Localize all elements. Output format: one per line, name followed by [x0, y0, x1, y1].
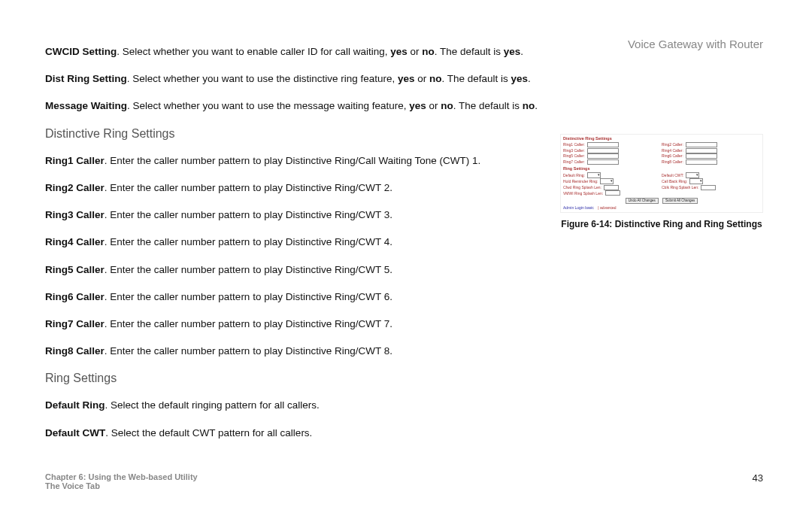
- fig-input: [686, 148, 717, 153]
- mw-label: Message Waiting: [45, 100, 127, 111]
- fig-section-ring: Ring Settings: [563, 166, 760, 171]
- section-ring-settings: Ring Settings: [45, 372, 767, 385]
- fig-input: [701, 185, 716, 190]
- page-header: Voice Gateway with Router: [628, 38, 763, 50]
- fig-select: [587, 172, 601, 178]
- para-ring7: Ring7 Caller. Enter the caller number pa…: [45, 317, 699, 331]
- fig-input: [686, 142, 717, 147]
- fig-input: [587, 153, 619, 159]
- fig-input: [605, 190, 620, 196]
- fig-links: Admin Login basic | advanced: [563, 205, 760, 211]
- para-cwcid: CWCID Setting. Select whether you want t…: [45, 45, 699, 59]
- fig-input: [587, 148, 619, 153]
- cwcid-label: CWCID Setting: [45, 46, 117, 57]
- fig-select: [686, 172, 699, 178]
- fig-input: [587, 142, 619, 147]
- para-default-ring: Default Ring. Select the default ringing…: [45, 399, 699, 412]
- para-dist: Dist Ring Setting. Select whether you wa…: [45, 72, 699, 86]
- fig-input: [604, 185, 619, 190]
- para-ring5: Ring5 Caller. Enter the caller number pa…: [45, 263, 699, 277]
- fig-input: [686, 153, 717, 159]
- para-ring8: Ring8 Caller. Enter the caller number pa…: [45, 344, 699, 358]
- fig-section-distinctive: Distinctive Ring Settings: [563, 136, 760, 141]
- para-mw: Message Waiting. Select whether you want…: [45, 99, 699, 113]
- fig-submit-button: Submit All Changes: [662, 198, 698, 204]
- fig-select: [600, 178, 614, 184]
- figure-caption: Figure 6-14: Distinctive Ring and Ring S…: [560, 219, 763, 229]
- page-number: 43: [753, 472, 763, 484]
- page-footer: Chapter 6: Using the Web-based Utility T…: [45, 472, 763, 490]
- dist-label: Dist Ring Setting: [45, 73, 127, 84]
- para-ring6: Ring6 Caller. Enter the caller number pa…: [45, 290, 699, 304]
- footer-section: The Voice Tab: [45, 481, 763, 490]
- figure-screenshot: Distinctive Ring Settings Ring1 Caller:R…: [560, 134, 763, 213]
- fig-select: [689, 178, 703, 184]
- fig-input: [587, 159, 619, 165]
- fig-input: [686, 159, 717, 165]
- main-content: CWCID Setting. Select whether you want t…: [45, 38, 767, 440]
- figure-box: Distinctive Ring Settings Ring1 Caller:R…: [560, 134, 763, 229]
- para-ring4: Ring4 Caller. Enter the caller number pa…: [45, 235, 699, 249]
- para-default-cwt: Default CWT. Select the default CWT patt…: [45, 426, 699, 440]
- fig-undo-button: Undo All Changes: [626, 198, 659, 204]
- footer-chapter: Chapter 6: Using the Web-based Utility: [45, 472, 763, 481]
